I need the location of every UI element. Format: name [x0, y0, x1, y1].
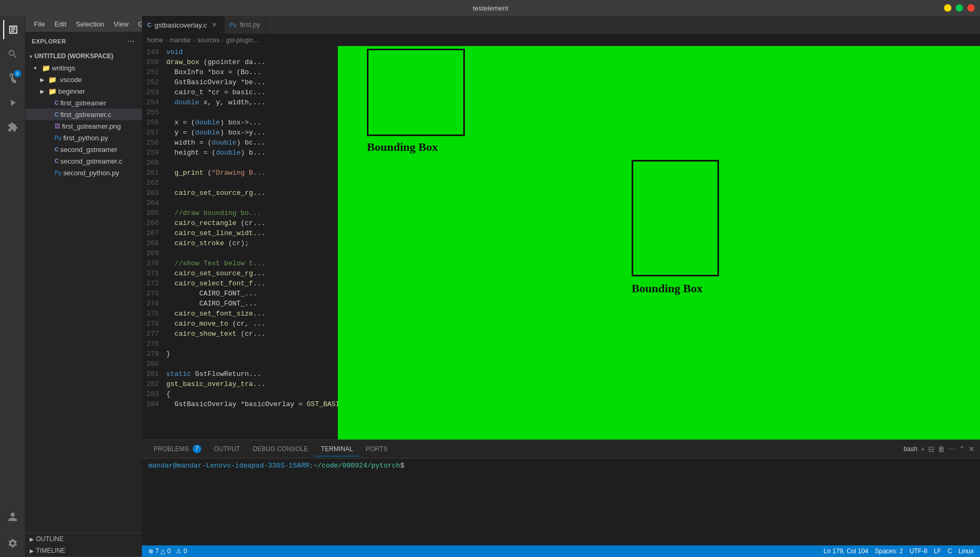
breadcrumb-sep1: › — [165, 37, 167, 44]
second-gstreamer-c-label: second_gstreamer.c — [60, 157, 122, 165]
file-tree: ▾ 📁 writings ▶ 📁 .vscode ▶ 📁 beginner C … — [25, 62, 142, 533]
titlebar-controls — [944, 4, 975, 12]
activity-icon-extensions[interactable] — [3, 118, 22, 137]
sidebar-new-file-btn[interactable]: ⋯ — [126, 37, 136, 46]
panel-actions: bash + ⊟ 🗑 ⋯ ⌃ ✕ — [904, 445, 975, 453]
line-numbers: 249250251252253 254255256257258 25926026… — [142, 46, 164, 439]
terminal-more-btn[interactable]: ⋯ — [948, 445, 956, 453]
beginner-folder-icon: 📁 — [48, 87, 57, 95]
activity-icon-settings[interactable] — [3, 534, 22, 553]
close-button[interactable] — [967, 4, 975, 12]
source-control-badge: 3 — [14, 70, 21, 77]
menu-view[interactable]: View — [110, 18, 133, 30]
c-file-icon4: C — [55, 158, 59, 164]
output-label: OUTPUT — [214, 445, 240, 453]
breadcrumb-sources[interactable]: sources — [197, 37, 220, 44]
tree-item-second-python-py[interactable]: Py second_python.py — [25, 167, 142, 178]
tab-close-btn[interactable]: ✕ — [210, 21, 219, 29]
sidebar-title: EXPLORER — [32, 38, 66, 44]
workspace-label[interactable]: ▾ UNTITLED (WORKSPACE) — [25, 50, 142, 62]
panel-tab-problems[interactable]: PROBLEMS 7 — [147, 442, 208, 457]
editor-preview-split: 249250251252253 254255256257258 25926026… — [142, 46, 980, 439]
timeline-panel[interactable]: ▶ TIMELINE — [25, 545, 142, 557]
activity-icon-account[interactable] — [3, 507, 22, 526]
tree-item-second-gstreamer-c[interactable]: C second_gstreamer.c — [25, 155, 142, 167]
bounding-box-1-label: Bounding Box — [367, 140, 438, 154]
breadcrumb-plugin[interactable]: gst-plugin... — [226, 37, 259, 44]
py-file-icon2: Py — [55, 169, 61, 176]
beginner-label: beginner — [58, 87, 85, 95]
panel-tab-output[interactable]: OUTPUT — [208, 442, 246, 456]
panel-tab-ports[interactable]: PORTS — [359, 442, 394, 456]
status-position[interactable]: Ln 179, Col 104 — [822, 547, 871, 555]
panel-tab-terminal[interactable]: TERMINAL — [314, 442, 359, 456]
terminal-new-btn[interactable]: + — [921, 445, 925, 453]
problems-label: PROBLEMS — [154, 445, 189, 452]
breadcrumb-sep3: › — [222, 37, 224, 44]
tab-c-icon: C — [147, 22, 151, 28]
activity-bar: 3 — [0, 16, 25, 557]
minimize-button[interactable] — [944, 4, 951, 12]
timeline-chevron: ▶ — [30, 548, 34, 554]
status-encoding[interactable]: UTF-8 — [907, 547, 930, 555]
app-body: 3 File Edit Selection View Go Run Termin… — [0, 16, 980, 557]
c-file-icon2: C — [55, 111, 59, 118]
status-right: Ln 179, Col 104 Spaces: 2 UTF-8 LF C Lin… — [822, 547, 976, 555]
sidebar-header-actions: ⋯ — [126, 37, 136, 46]
titlebar: testelement — [0, 0, 980, 16]
debug-label: DEBUG CONSOLE — [253, 445, 308, 453]
panel: PROBLEMS 7 OUTPUT DEBUG CONSOLE TERMINAL… — [142, 439, 980, 545]
code-lines: void draw_box (gpointer da... BoxInfo *b… — [164, 46, 338, 439]
titlebar-title: testelement — [473, 4, 508, 12]
workspace-chevron: ▾ — [30, 53, 32, 59]
bounding-box-1 — [367, 49, 465, 136]
tree-item-first-python-py[interactable]: Py first_python.py — [25, 132, 142, 143]
panel-tab-debug[interactable]: DEBUG CONSOLE — [246, 442, 314, 456]
writings-chevron: ▾ — [34, 65, 40, 71]
terminal-prompt-path: :~/code/090924/pytorch — [309, 462, 400, 470]
tree-item-writings[interactable]: ▾ 📁 writings — [25, 62, 142, 74]
preview-area: Bounding Box Bounding Box — [338, 46, 980, 439]
status-os[interactable]: Linux — [956, 547, 976, 555]
tree-item-first-gstreamer-png[interactable]: 🖼 first_gstreamer.png — [25, 120, 142, 132]
outline-panel[interactable]: ▶ OUTLINE — [25, 533, 142, 545]
status-eol[interactable]: LF — [932, 547, 943, 555]
right-area: C gstbasicoverlay.c ✕ Py first.py home ›… — [142, 16, 980, 557]
terminal-split-btn[interactable]: ⊟ — [928, 445, 934, 453]
tree-item-beginner[interactable]: ▶ 📁 beginner — [25, 85, 142, 97]
terminal-trash-btn[interactable]: 🗑 — [938, 445, 945, 453]
first-gstreamer-c-label: first_gstreamer.c — [60, 111, 111, 119]
editor-content[interactable]: 249250251252253 254255256257258 25926026… — [142, 46, 338, 439]
terminal-content[interactable]: mandar@mandar-Lenovo-ideapad-330S-15ARR:… — [142, 459, 980, 545]
tree-item-second-gstreamer[interactable]: C second_gstreamer — [25, 143, 142, 155]
tab-gstbasicoverlay-label: gstbasicoverlay.c — [155, 21, 207, 29]
tab-first-py[interactable]: Py first.py — [224, 16, 266, 34]
breadcrumb-mandar[interactable]: mandar — [169, 37, 191, 44]
menu-selection[interactable]: Selection — [71, 18, 108, 30]
status-language[interactable]: C — [946, 547, 955, 555]
activity-icon-explorer[interactable] — [3, 20, 22, 39]
activity-icon-source-control[interactable]: 3 — [3, 69, 22, 88]
status-left: ⊗ 7 △ 0 ⚠ 0 — [146, 547, 189, 555]
terminal-bash-label: bash — [904, 445, 918, 453]
status-warnings[interactable]: ⚠ 0 — [174, 547, 189, 555]
terminal-maximize-btn[interactable]: ⌃ — [959, 445, 965, 453]
tree-item-first-gstreamer-c[interactable]: C first_gstreamer.c — [25, 109, 142, 120]
vscode-chevron: ▶ — [40, 77, 47, 83]
status-spaces[interactable]: Spaces: 2 — [873, 547, 905, 555]
img-file-icon: 🖼 — [55, 123, 60, 129]
activity-icon-run[interactable] — [3, 93, 22, 112]
menu-file[interactable]: File — [30, 18, 49, 30]
tree-item-first-gstreamer[interactable]: C first_gstreamer — [25, 97, 142, 109]
menu-edit[interactable]: Edit — [50, 18, 70, 30]
status-errors[interactable]: ⊗ 7 △ 0 — [146, 547, 173, 555]
bounding-box-2 — [632, 160, 719, 276]
activity-icon-search[interactable] — [3, 44, 22, 64]
tree-item-vscode[interactable]: ▶ 📁 .vscode — [25, 74, 142, 85]
workspace-name: UNTITLED (WORKSPACE) — [34, 52, 113, 60]
problems-badge: 7 — [193, 445, 201, 453]
terminal-close-btn[interactable]: ✕ — [968, 445, 975, 453]
maximize-button[interactable] — [956, 4, 963, 12]
tab-gstbasicoverlay[interactable]: C gstbasicoverlay.c ✕ — [142, 16, 224, 34]
breadcrumb-home[interactable]: home — [147, 37, 163, 44]
